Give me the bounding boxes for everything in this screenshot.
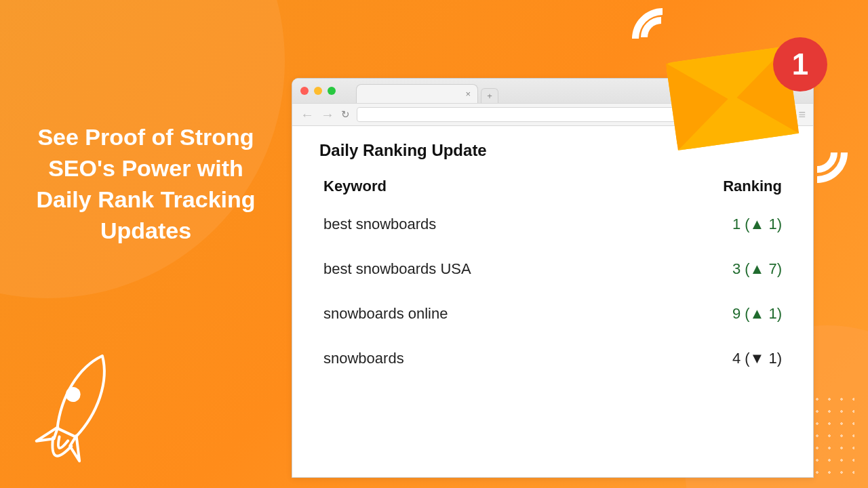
reload-button[interactable]: ↻ xyxy=(341,108,350,121)
close-icon[interactable] xyxy=(300,87,309,95)
plus-icon: + xyxy=(487,91,492,101)
browser-tab[interactable]: × xyxy=(356,84,478,103)
ranking-cell: 9 (▲ 1) xyxy=(732,305,782,323)
table-row: snowboards 4 (▼ 1) xyxy=(319,336,786,381)
keyword-cell: snowboards online xyxy=(323,305,448,323)
notification-badge: 1 xyxy=(773,37,827,92)
minimize-icon[interactable] xyxy=(314,87,322,95)
nav-forward-button[interactable]: → xyxy=(321,107,334,123)
table-header: Keyword Ranking xyxy=(319,178,786,202)
keyword-cell: best snowboards USA xyxy=(323,260,471,278)
maximize-icon[interactable] xyxy=(328,87,336,95)
tab-close-icon[interactable]: × xyxy=(465,89,471,99)
envelope-illustration: 1 xyxy=(665,27,814,169)
notification-count: 1 xyxy=(792,47,808,81)
table-row: snowboards online 9 (▲ 1) xyxy=(319,291,786,336)
headline-block: See Proof of Strong SEO's Power with Dai… xyxy=(31,122,261,247)
ranking-cell: 1 (▲ 1) xyxy=(732,216,782,233)
col-keyword: Keyword xyxy=(323,178,387,195)
nav-back-button[interactable]: ← xyxy=(300,107,314,123)
keyword-cell: best snowboards xyxy=(323,216,436,233)
ranking-cell: 4 (▼ 1) xyxy=(732,350,782,367)
rocket-illustration xyxy=(20,340,136,476)
new-tab-button[interactable]: + xyxy=(481,88,498,103)
table-row: best snowboards USA 3 (▲ 7) xyxy=(319,247,786,291)
ranking-cell: 3 (▲ 7) xyxy=(732,260,782,278)
svg-point-0 xyxy=(65,386,81,403)
col-ranking: Ranking xyxy=(723,178,782,195)
headline-text: See Proof of Strong SEO's Power with Dai… xyxy=(31,122,261,247)
keyword-cell: snowboards xyxy=(323,350,404,367)
traffic-lights xyxy=(300,87,336,95)
table-row: best snowboards 1 (▲ 1) xyxy=(319,202,786,247)
